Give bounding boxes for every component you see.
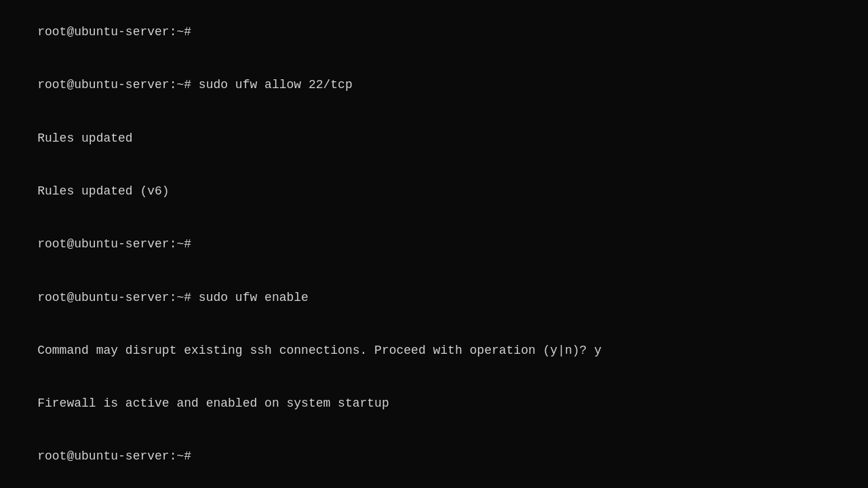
line-4: Rules updated (v6) (8, 165, 860, 218)
output-4: Firewall is active and enabled on system… (37, 396, 389, 410)
prompt-1: root@ubuntu-server:~# (37, 25, 191, 39)
line-7: Command may disrupt existing ssh connect… (8, 324, 860, 377)
line-5: root@ubuntu-server:~# (8, 218, 860, 270)
line-1: root@ubuntu-server:~# (8, 5, 860, 58)
line-10: root@ubuntu-server:~# (8, 483, 860, 488)
output-1: Rules updated (37, 131, 132, 145)
output-2: Rules updated (v6) (37, 184, 169, 198)
command-2: sudo ufw enable (191, 291, 309, 304)
prompt-3: root@ubuntu-server:~# (37, 237, 191, 251)
line-6: root@ubuntu-server:~# sudo ufw enable (8, 270, 860, 323)
command-1: sudo ufw allow 22/tcp (191, 78, 353, 92)
prompt-2: root@ubuntu-server:~# (37, 78, 191, 92)
line-2: root@ubuntu-server:~# sudo ufw allow 22/… (8, 58, 860, 111)
terminal-window: root@ubuntu-server:~# root@ubuntu-server… (8, 5, 860, 488)
prompt-4: root@ubuntu-server:~# (37, 291, 191, 304)
line-3: Rules updated (8, 112, 860, 165)
output-3: Command may disrupt existing ssh connect… (37, 344, 601, 357)
line-8: Firewall is active and enabled on system… (8, 377, 860, 430)
prompt-5: root@ubuntu-server:~# (37, 449, 191, 463)
line-9: root@ubuntu-server:~# (8, 430, 860, 483)
